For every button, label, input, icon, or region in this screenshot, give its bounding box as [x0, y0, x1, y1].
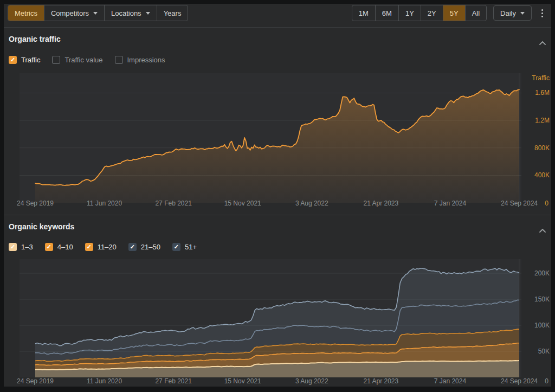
tab-label: Locations — [111, 9, 141, 17]
range-1m[interactable]: 1M — [352, 5, 375, 21]
granularity-dropdown[interactable]: Daily — [493, 5, 532, 21]
checked-checkbox[interactable]: ✓ — [172, 243, 180, 251]
check-icon: ✓ — [10, 244, 15, 250]
x-axis-label: 24 Sep 2019 — [17, 377, 54, 385]
tab-years[interactable]: Years — [157, 5, 188, 21]
legend-label: Traffic — [21, 56, 40, 64]
legend-label: 1–3 — [21, 243, 33, 251]
checked-checkbox[interactable]: ✓ — [9, 56, 17, 64]
tab-metrics[interactable]: Metrics — [8, 5, 44, 21]
app-window: MetricsCompetitorsLocationsYears 1M6M1Y2… — [0, 0, 555, 392]
axis-zero-label: 0 — [540, 377, 548, 385]
legend-label: 4–10 — [57, 243, 73, 251]
kebab-menu-icon[interactable] — [538, 7, 546, 20]
checked-checkbox[interactable]: ✓ — [128, 243, 137, 251]
tab-competitors[interactable]: Competitors — [44, 5, 104, 21]
x-axis-label: 21 Apr 2023 — [363, 377, 398, 385]
chevron-down-icon — [520, 12, 525, 15]
range-2y[interactable]: 2Y — [421, 5, 443, 21]
organic-traffic-title: Organic traffic — [9, 35, 61, 43]
x-axis-label: 15 Nov 2021 — [224, 377, 261, 385]
divider — [4, 27, 551, 28]
toolbar-right: 1M6M1Y2Y5YAll Daily — [352, 5, 546, 21]
metric-impressions[interactable]: Impressions — [115, 56, 165, 64]
metric-traffic-value[interactable]: Traffic value — [52, 56, 102, 64]
view-tab-group: MetricsCompetitorsLocationsYears — [8, 5, 188, 21]
position-range-21-50[interactable]: ✓21–50 — [128, 243, 160, 251]
toolbar: MetricsCompetitorsLocationsYears 1M6M1Y2… — [8, 5, 546, 21]
divider — [4, 215, 551, 215]
x-axis-label: 3 Aug 2022 — [295, 200, 328, 207]
y-axis-label: 1.2M — [519, 117, 550, 124]
position-range-51+[interactable]: ✓51+ — [172, 243, 197, 251]
y-axis-label: 800K — [519, 144, 550, 152]
check-icon: ✓ — [47, 244, 51, 250]
tab-label: Metrics — [15, 9, 37, 17]
organic-traffic-chart[interactable] — [0, 70, 555, 209]
x-axis-label: 11 Jun 2020 — [87, 377, 122, 385]
range-label: 2Y — [428, 9, 436, 17]
x-axis-label: 27 Feb 2021 — [155, 377, 191, 385]
legend-label: Traffic value — [64, 56, 102, 64]
y-axis-label: 200K — [519, 269, 550, 277]
y-axis-label: 100K — [519, 322, 550, 329]
x-axis-label: 15 Nov 2021 — [224, 200, 261, 207]
range-label: 1M — [359, 9, 369, 17]
traffic-legend: ✓TrafficTraffic valueImpressions — [9, 56, 165, 64]
date-range-group: 1M6M1Y2Y5YAll — [352, 5, 487, 21]
chevron-down-icon — [93, 12, 98, 15]
legend-label: 51+ — [185, 243, 197, 251]
range-all[interactable]: All — [465, 5, 486, 21]
range-5y[interactable]: 5Y — [443, 5, 465, 21]
checked-checkbox[interactable]: ✓ — [9, 243, 17, 251]
position-range-11-20[interactable]: ✓11–20 — [85, 243, 117, 251]
keywords-legend: ✓1–3✓4–10✓11–20✓21–50✓51+ — [9, 243, 197, 251]
organic-keywords-chart[interactable] — [0, 255, 555, 386]
range-label: 5Y — [450, 9, 459, 17]
x-axis-label: 7 Jan 2024 — [434, 200, 466, 207]
range-6m[interactable]: 6M — [375, 5, 398, 21]
tab-label: Years — [164, 9, 182, 17]
x-axis-label: 7 Jan 2024 — [434, 377, 466, 385]
x-axis-label: 11 Jun 2020 — [87, 200, 122, 207]
tab-label: Competitors — [51, 9, 89, 17]
y-axis-label: 50K — [519, 348, 550, 355]
tab-locations[interactable]: Locations — [104, 5, 157, 21]
chevron-down-icon — [146, 12, 150, 15]
x-axis-label: 21 Apr 2023 — [363, 200, 398, 207]
position-range-4-10[interactable]: ✓4–10 — [45, 243, 73, 251]
y-axis-label: 400K — [519, 171, 550, 179]
legend-label: 11–20 — [98, 243, 117, 251]
check-icon: ✓ — [10, 57, 15, 63]
unchecked-checkbox[interactable] — [52, 56, 60, 64]
y-axis-label: 1.6M — [519, 89, 550, 97]
y-axis-label: 150K — [519, 295, 550, 303]
position-range-1-3[interactable]: ✓1–3 — [9, 243, 33, 251]
check-icon: ✓ — [174, 244, 179, 250]
checked-checkbox[interactable]: ✓ — [85, 243, 93, 251]
y-axis-title: Traffic — [519, 74, 550, 82]
organic-keywords-title: Organic keywords — [9, 222, 74, 231]
range-1y[interactable]: 1Y — [398, 5, 421, 21]
check-icon: ✓ — [130, 244, 135, 250]
range-label: 6M — [382, 9, 392, 17]
legend-label: 21–50 — [141, 243, 160, 251]
axis-zero-label: 0 — [540, 200, 548, 207]
collapse-section-icon[interactable] — [539, 38, 547, 44]
collapse-section-icon[interactable] — [539, 226, 547, 232]
unchecked-checkbox[interactable] — [115, 56, 123, 64]
x-axis-label: 24 Sep 2024 — [501, 200, 538, 207]
range-label: All — [472, 9, 480, 17]
granularity-label: Daily — [500, 9, 516, 17]
x-axis-label: 24 Sep 2019 — [17, 200, 54, 207]
range-label: 1Y — [405, 9, 414, 17]
check-icon: ✓ — [87, 244, 92, 250]
legend-label: Impressions — [127, 56, 165, 64]
checked-checkbox[interactable]: ✓ — [45, 243, 53, 251]
x-axis-label: 27 Feb 2021 — [155, 200, 191, 207]
x-axis-label: 3 Aug 2022 — [295, 377, 328, 385]
x-axis-label: 24 Sep 2024 — [501, 377, 538, 385]
metric-traffic[interactable]: ✓Traffic — [9, 56, 40, 64]
